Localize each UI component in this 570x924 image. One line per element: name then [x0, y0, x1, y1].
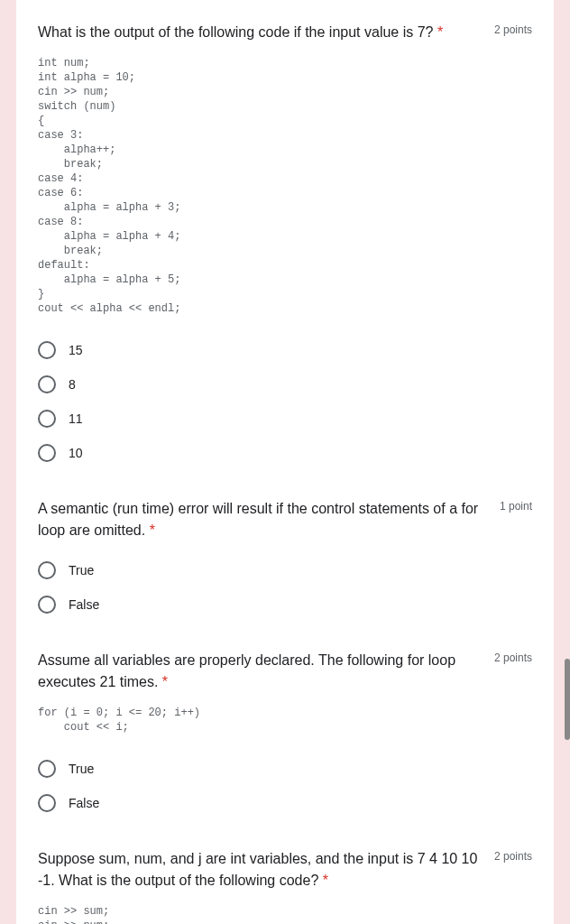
radio-option[interactable]: False [38, 588, 532, 621]
required-asterisk: * [434, 24, 444, 40]
question-block: What is the output of the following code… [38, 22, 532, 494]
question-header: A semantic (run time) error will result … [38, 498, 532, 541]
code-block: for (i = 0; i <= 20; i++) cout << i; [38, 706, 532, 735]
radio-icon [38, 596, 56, 614]
radio-icon [38, 794, 56, 812]
radio-icon [38, 561, 56, 579]
scrollbar-thumb[interactable] [565, 659, 570, 740]
radio-group: True False [38, 753, 532, 819]
radio-option[interactable]: 8 [38, 368, 532, 401]
question-block: A semantic (run time) error will result … [38, 498, 532, 646]
points-badge: 2 points [494, 848, 532, 863]
question-header: What is the output of the following code… [38, 22, 532, 43]
radio-option[interactable]: True [38, 753, 532, 785]
radio-group: 15 8 11 10 [38, 334, 532, 469]
form-card: What is the output of the following code… [16, 0, 554, 924]
question-title: Suppose sum, num, and j are int variable… [38, 848, 494, 892]
radio-icon [38, 760, 56, 778]
points-badge: 1 point [500, 498, 532, 513]
question-block: Assume all variables are properly declar… [38, 650, 532, 845]
radio-icon [38, 341, 56, 359]
option-label: 15 [69, 343, 83, 357]
radio-icon [38, 375, 56, 393]
required-asterisk: * [158, 674, 168, 689]
radio-icon [38, 410, 56, 428]
question-header: Assume all variables are properly declar… [38, 650, 532, 693]
required-asterisk: * [318, 873, 328, 888]
radio-option[interactable]: False [38, 787, 532, 819]
question-title: A semantic (run time) error will result … [38, 498, 500, 541]
option-label: True [69, 563, 94, 578]
radio-option[interactable]: True [38, 554, 532, 587]
option-label: False [69, 597, 99, 612]
points-badge: 2 points [494, 650, 532, 664]
scrollbar-track[interactable] [565, 0, 570, 924]
required-asterisk: * [145, 522, 155, 538]
question-title: What is the output of the following code… [38, 22, 494, 43]
points-badge: 2 points [494, 22, 532, 36]
question-block: Suppose sum, num, and j are int variable… [38, 848, 532, 924]
code-block: int num; int alpha = 10; cin >> num; swi… [38, 56, 532, 316]
code-block: cin >> sum; cin >> num; for (j = 1; j <=… [38, 904, 532, 924]
radio-group: True False [38, 554, 532, 621]
question-text: Suppose sum, num, and j are int variable… [38, 851, 477, 888]
option-label: 11 [69, 411, 83, 426]
radio-icon [38, 444, 56, 462]
question-title: Assume all variables are properly declar… [38, 650, 494, 693]
radio-option[interactable]: 15 [38, 334, 532, 366]
question-text: A semantic (run time) error will result … [38, 501, 478, 538]
option-label: False [69, 796, 99, 810]
option-label: 8 [69, 377, 76, 392]
question-text: What is the output of the following code… [38, 24, 434, 40]
radio-option[interactable]: 11 [38, 402, 532, 435]
radio-option[interactable]: 10 [38, 437, 532, 469]
option-label: True [69, 762, 94, 776]
question-text: Assume all variables are properly declar… [38, 652, 455, 689]
option-label: 10 [69, 446, 83, 460]
question-header: Suppose sum, num, and j are int variable… [38, 848, 532, 892]
